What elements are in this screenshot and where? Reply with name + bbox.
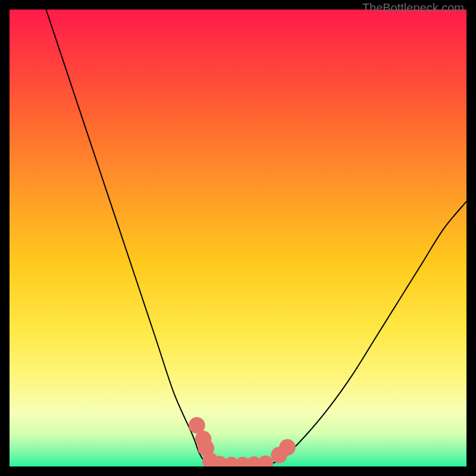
watermark-text: TheBottleneck.com: [362, 1, 464, 15]
background-gradient: [10, 10, 466, 466]
outer-frame: TheBottleneck.com: [0, 0, 476, 476]
plot-area: [10, 10, 466, 466]
svg-rect-0: [10, 10, 466, 466]
